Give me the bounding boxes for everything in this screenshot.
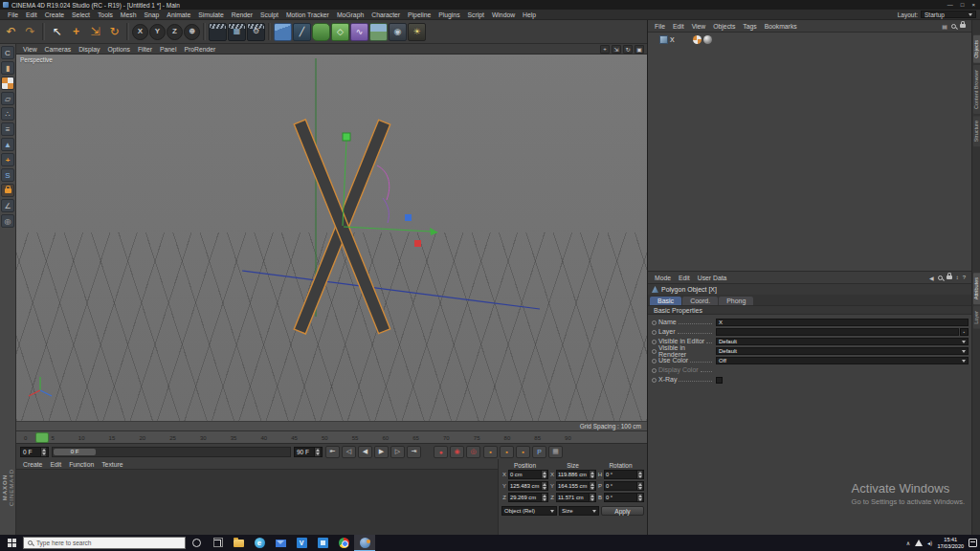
end-frame-field[interactable]: 90 F: [294, 447, 323, 457]
timeline-tick[interactable]: 5: [51, 435, 54, 441]
menu-sculpt[interactable]: Sculpt: [256, 11, 282, 18]
spinner[interactable]: [589, 482, 594, 490]
coord-system-icon[interactable]: ⊕: [184, 24, 200, 40]
back-icon[interactable]: ◀: [929, 275, 934, 281]
render-settings-icon[interactable]: ⚙: [247, 23, 265, 41]
viewport-canvas[interactable]: [16, 55, 647, 421]
photos-icon[interactable]: [312, 535, 333, 551]
spinner[interactable]: [40, 448, 46, 456]
start-button[interactable]: [0, 535, 23, 551]
rotation-band[interactable]: [383, 198, 389, 223]
timeline-tick[interactable]: 10: [78, 435, 85, 441]
model-mode-icon[interactable]: ▮: [1, 61, 14, 75]
material-menu-function[interactable]: Function: [65, 461, 98, 468]
workplane-lock-icon[interactable]: [1, 184, 14, 197]
redo-icon[interactable]: ↷: [21, 23, 39, 41]
spinner[interactable]: [541, 471, 546, 478]
rotation-band[interactable]: [377, 165, 390, 200]
timeline-tick[interactable]: 85: [534, 435, 541, 441]
edges-mode-icon[interactable]: ≡: [1, 122, 14, 136]
cinema4d-icon[interactable]: [354, 535, 375, 551]
tab-coord[interactable]: Coord.: [682, 297, 718, 305]
move-tool-icon[interactable]: +: [67, 23, 85, 41]
record-keyframe-button[interactable]: ●: [434, 446, 448, 458]
polygons-mode-icon[interactable]: ▲: [1, 138, 14, 151]
hidden-icons-icon[interactable]: ∧: [906, 540, 910, 546]
size-mode-dropdown[interactable]: Size: [559, 506, 599, 516]
render-picture-viewer-icon[interactable]: ▦: [228, 23, 246, 41]
toggle-layout-icon[interactable]: ▣: [635, 45, 644, 54]
spinner[interactable]: [589, 471, 594, 478]
am-menu-edit[interactable]: Edit: [675, 275, 694, 281]
x-axis-lock-icon[interactable]: X: [132, 24, 148, 40]
enable-axis-icon[interactable]: +: [1, 153, 14, 166]
timeline-tick[interactable]: 50: [322, 435, 328, 441]
menu-pipeline[interactable]: Pipeline: [404, 11, 434, 18]
uvw-tag-icon[interactable]: [693, 35, 702, 44]
viewport-menu-options[interactable]: Options: [103, 46, 133, 53]
camera-icon[interactable]: ◉: [389, 23, 407, 41]
coord-mode-dropdown[interactable]: Object (Rel): [501, 506, 557, 516]
timeline-tick[interactable]: 15: [109, 435, 116, 441]
action-center-icon[interactable]: [969, 539, 977, 547]
animation-dot-icon[interactable]: [652, 359, 657, 364]
om-menu-file[interactable]: File: [651, 23, 669, 30]
use-color-dropdown[interactable]: Off: [716, 357, 969, 364]
dock-tab-attributes[interactable]: Attributes: [973, 273, 980, 304]
rotate-view-icon[interactable]: ↻: [623, 45, 633, 54]
object-row[interactable]: X: [648, 33, 971, 44]
coord-value-field[interactable]: 0 °: [604, 481, 644, 491]
menu-script[interactable]: Script: [464, 11, 488, 18]
spinner[interactable]: [636, 494, 642, 501]
close-button[interactable]: ×: [971, 2, 975, 8]
object-name[interactable]: X: [670, 36, 691, 43]
y-axis-arrow[interactable]: [430, 228, 438, 235]
timeline-tick[interactable]: 65: [412, 435, 419, 441]
viewport-menu-cameras[interactable]: Cameras: [41, 46, 76, 53]
timeline-tick[interactable]: 60: [383, 435, 390, 441]
viewport-menu-display[interactable]: Display: [75, 46, 103, 53]
animation-dot-icon[interactable]: [652, 320, 657, 325]
visible-in-renderer-dropdown[interactable]: Default: [716, 347, 969, 355]
camera-label[interactable]: Perspective: [20, 56, 53, 63]
zoom-view-icon[interactable]: ⇲: [612, 45, 621, 54]
layer-input[interactable]: [716, 328, 959, 336]
snap-icon[interactable]: S: [1, 168, 14, 182]
tab-phong[interactable]: Phong: [719, 297, 753, 305]
spinner[interactable]: [636, 482, 642, 490]
search-icon[interactable]: [951, 24, 956, 29]
am-menu-mode[interactable]: Mode: [651, 275, 675, 281]
om-menu-edit[interactable]: Edit: [669, 23, 688, 30]
lock-icon[interactable]: [947, 276, 952, 279]
viewport-solo-icon[interactable]: ◎: [1, 214, 14, 228]
menu-select[interactable]: Select: [68, 11, 94, 18]
next-frame-button[interactable]: ▷: [390, 446, 405, 458]
make-editable-icon[interactable]: C: [1, 46, 14, 59]
timeline-tick[interactable]: 75: [474, 435, 480, 441]
volume-icon[interactable]: ◂⟩: [927, 540, 932, 546]
name-input[interactable]: X: [716, 319, 969, 326]
chrome-icon[interactable]: [333, 535, 354, 551]
live-selection-icon[interactable]: ↖: [48, 23, 66, 41]
x-ray-checkbox[interactable]: [716, 377, 723, 384]
y-axis-lock-icon[interactable]: Y: [149, 24, 166, 40]
animation-dot-icon[interactable]: [652, 349, 657, 354]
workplane-mode-icon[interactable]: ▱: [1, 92, 14, 105]
visible-in-editor-dropdown[interactable]: Default: [716, 338, 969, 345]
animation-dot-icon[interactable]: [652, 340, 657, 344]
menu-help[interactable]: Help: [519, 11, 540, 18]
play-button[interactable]: ▶: [374, 446, 389, 458]
timeline-tick[interactable]: 80: [504, 435, 511, 441]
am-menu-user-data[interactable]: User Data: [694, 275, 731, 281]
goto-end-button[interactable]: ⇥: [407, 446, 421, 458]
scale-tool-icon[interactable]: ⇲: [86, 23, 104, 41]
minimize-button[interactable]: —: [947, 2, 953, 8]
menu-mesh[interactable]: Mesh: [117, 11, 141, 18]
rotate-tool-icon[interactable]: ↻: [105, 23, 123, 41]
prev-frame-button[interactable]: ◀: [358, 446, 372, 458]
coord-value-field[interactable]: 0 cm: [508, 470, 548, 479]
menu-mograph[interactable]: MoGraph: [333, 11, 368, 18]
menu-edit[interactable]: Edit: [22, 11, 41, 18]
record-parameter-toggle[interactable]: P: [532, 446, 546, 458]
z-axis-lock-icon[interactable]: Z: [167, 24, 183, 40]
